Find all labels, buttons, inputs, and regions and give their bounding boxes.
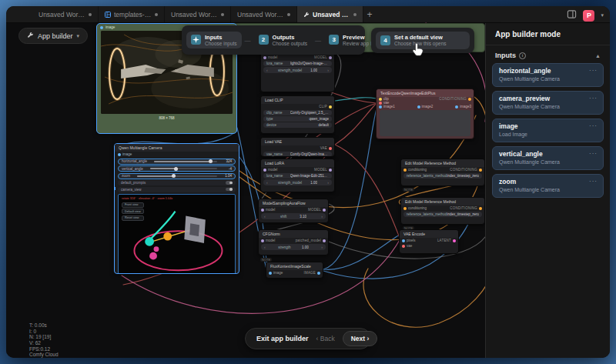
widget-reference-latents-method[interactable]: reference_latents_methodindex_timestep_z… xyxy=(403,212,482,217)
toggle-default-prompts[interactable]: default_prompts xyxy=(118,180,236,185)
wrench-icon xyxy=(303,12,310,18)
vae-port[interactable] xyxy=(379,102,382,105)
latent-port[interactable] xyxy=(453,239,456,242)
conditioning-port[interactable] xyxy=(479,169,482,172)
wizard-footer-bar: Exit app builder ‹ Back Next › xyxy=(245,328,371,349)
node-edit-model-reference-method-2[interactable]: Edit Model Reference Method conditioning… xyxy=(400,197,485,225)
widget-type[interactable]: typeqwen_image xyxy=(263,116,332,122)
slider-horizontal-angle[interactable]: horizontal_angle 324 xyxy=(118,159,236,165)
new-tab-button[interactable]: + xyxy=(363,6,376,22)
avatar[interactable]: P xyxy=(583,10,594,22)
image-port[interactable] xyxy=(455,105,458,109)
app-builder-sidebar: App builder mode Inputs i ▲ horizontal_a… xyxy=(485,23,610,358)
feedback-icon[interactable] xyxy=(567,8,577,22)
input-card-image[interactable]: image Load Image ··· xyxy=(492,119,604,142)
info-icon: i xyxy=(519,52,526,59)
model-port[interactable] xyxy=(263,169,266,172)
vae-port[interactable] xyxy=(402,245,405,248)
card-menu-icon[interactable]: ··· xyxy=(589,122,598,129)
node-load-lora-2[interactable]: Load LoRA modelMODEL lora_nameQwen-Image… xyxy=(260,159,335,192)
input-card-vertical-angle[interactable]: vertical_angle Qwen Multiangle Camera ··… xyxy=(492,146,604,170)
toggle-camera-view[interactable]: camera_view xyxy=(118,187,236,192)
widget-reference-latents-method[interactable]: reference_latents_methodindex_timestep_z… xyxy=(403,173,482,179)
model-port[interactable] xyxy=(263,56,266,59)
card-menu-icon[interactable]: ··· xyxy=(589,178,598,185)
node-text-encode-qwen-image-edit-plus[interactable]: TextEncodeQwenImageEditPlus clipCONDITIO… xyxy=(376,88,474,139)
tab-unsaved-workflow-4[interactable]: Unsaved Workflow (4) xyxy=(297,6,363,22)
node-vae-encode[interactable]: VAE Encode pixelsLATENT vae xyxy=(399,229,459,254)
prompt-textarea[interactable] xyxy=(380,110,470,136)
exit-app-builder-button[interactable]: Exit app builder xyxy=(256,335,309,342)
conditioning-port[interactable] xyxy=(403,169,407,172)
node-qwen-multiangle-camera[interactable]: Qwen Multiangle Camera image horizontal_… xyxy=(114,143,239,274)
tab-unsaved-workflow-3[interactable]: Unsaved Workflow (3) xyxy=(165,6,231,22)
clip-port[interactable] xyxy=(379,98,382,101)
node-model-sampling-auraflow[interactable]: ModelSamplingAuraFlow modelMODEL shift3.… xyxy=(258,199,329,223)
next-button[interactable]: Next › xyxy=(343,331,378,346)
node-flux-kontext-image-scale[interactable]: FluxKontextImageScale imageIMAGE xyxy=(266,262,323,279)
inputs-step-icon xyxy=(191,35,201,45)
node-load-clip[interactable]: Load CLIP CLIP clip_nameComfy-Org/qwen_2… xyxy=(260,95,335,134)
node-cfgnorm[interactable]: CFGNorm modelpatched_model strength1.00 xyxy=(258,229,329,255)
card-menu-icon[interactable]: ··· xyxy=(589,150,598,157)
widget-lora-name[interactable]: lora_namelightx2v/Qwen-Image-Edit-2511-L… xyxy=(263,61,332,66)
model-port[interactable] xyxy=(329,56,332,59)
pixels-port[interactable] xyxy=(402,239,405,242)
input-card-camera-preview[interactable]: camera_preview Qwen Multiangle Camera ··… xyxy=(492,91,604,115)
model-port[interactable] xyxy=(323,239,326,242)
unsaved-dot-icon xyxy=(353,13,357,16)
widget-device[interactable]: devicedefault xyxy=(263,122,332,128)
chevron-down-icon[interactable]: ▾ xyxy=(601,12,604,18)
slider-vertical-angle[interactable]: vertical_angle -4 xyxy=(118,165,236,172)
note-badge: NOTE xyxy=(403,188,414,192)
widget-lora-name[interactable]: lora_nameQwen-Image-Edit-2511-Multiple-A… xyxy=(263,173,332,179)
clip-port[interactable] xyxy=(329,105,332,109)
image-port[interactable] xyxy=(317,272,320,275)
card-menu-icon[interactable]: ··· xyxy=(589,95,598,102)
chevron-down-icon: ▾ xyxy=(77,33,80,39)
conditioning-port[interactable] xyxy=(403,207,407,210)
model-port[interactable] xyxy=(261,239,264,242)
model-port[interactable] xyxy=(329,169,332,172)
node-load-vae[interactable]: Load VAE VAE vae_nameComfy-Org/Qwen-Imag… xyxy=(260,137,335,157)
chevron-up-icon: ▲ xyxy=(595,53,601,58)
conditioning-port[interactable] xyxy=(468,98,471,101)
unsaved-dot-icon xyxy=(221,13,224,16)
input-card-zoom[interactable]: zoom Qwen Multiangle Camera ··· xyxy=(492,174,604,198)
widget-shift[interactable]: shift3.10 xyxy=(261,213,326,219)
tab-unsaved-workflow[interactable]: Unsaved Workflow xyxy=(32,6,99,22)
vae-port[interactable] xyxy=(329,147,332,150)
image-port[interactable] xyxy=(269,272,272,275)
mouse-cursor-icon xyxy=(412,42,424,59)
slider-zoom[interactable]: zoom 1.04 xyxy=(118,173,236,179)
image-dimensions: 808 × 768 xyxy=(97,114,236,120)
inputs-section-header[interactable]: Inputs i ▲ xyxy=(486,45,610,63)
image-port[interactable] xyxy=(379,105,382,109)
card-menu-icon[interactable]: ··· xyxy=(589,67,598,74)
image-port[interactable] xyxy=(100,26,103,29)
image-port[interactable] xyxy=(417,105,420,109)
tab-templates-qwen[interactable]: templates-qwen_mu... xyxy=(99,6,165,22)
widget-clip-name[interactable]: clip_nameComfy-Org/qwen_2.5_vl_7b_fp8_sc… xyxy=(263,110,332,115)
tab-unsaved-workflow-2[interactable]: Unsaved Workflow (2) xyxy=(231,6,297,22)
widget-strength-model[interactable]: strength_model1.00 xyxy=(263,67,332,73)
step-outputs[interactable]: 2 OutputsChoose outputs xyxy=(254,32,313,49)
back-button[interactable]: ‹ Back xyxy=(316,335,335,342)
app-builder-menu-button[interactable]: App builder ▾ xyxy=(18,28,88,44)
step-inputs[interactable]: InputsChoose inputs xyxy=(186,32,242,49)
tab-bar: Unsaved Workflow templates-qwen_mu... Un… xyxy=(6,6,610,23)
node-edit-model-reference-method-1[interactable]: Edit Model Reference Method conditioning… xyxy=(400,159,485,186)
unsaved-dot-icon xyxy=(89,13,92,16)
canvas-perf-stats: T: 0.00s I: 0 N: 19 [19] V: 62 FPS:0.12 … xyxy=(29,322,59,358)
widget-strength[interactable]: strength1.00 xyxy=(261,244,326,250)
widget-strength-model[interactable]: strength_model1.00 xyxy=(263,179,332,185)
model-port[interactable] xyxy=(323,209,326,212)
conditioning-port[interactable] xyxy=(479,207,482,210)
camera-orbit-visual xyxy=(119,195,235,275)
app-window: Unsaved Workflow templates-qwen_mu... Un… xyxy=(6,6,610,358)
sidebar-title: App builder mode xyxy=(486,23,610,45)
input-card-horizontal-angle[interactable]: horizontal_angle Qwen Multiangle Camera … xyxy=(492,63,604,87)
widget-vae-name[interactable]: vae_nameComfy-Org/Qwen-Image_ComfyUI/qwe… xyxy=(263,152,332,157)
camera-3d-viewport[interactable]: rotate 324° · elevation -4° · zoom 1.04x… xyxy=(118,194,236,275)
model-port[interactable] xyxy=(261,209,264,212)
